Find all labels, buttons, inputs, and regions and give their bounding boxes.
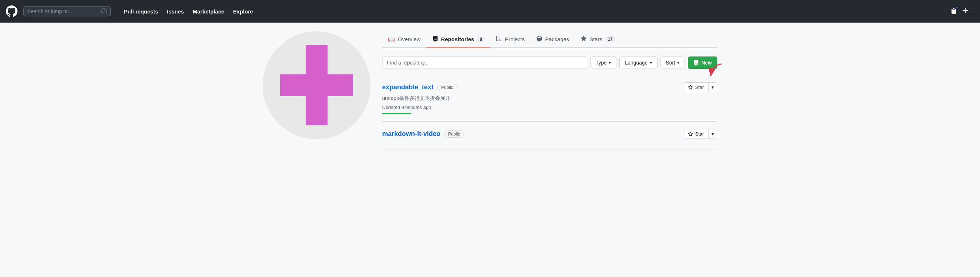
repo-name-row: markdown-it-video Public bbox=[382, 130, 464, 138]
search-shortcut: / bbox=[101, 8, 107, 14]
tab-stars[interactable]: Stars 17 bbox=[575, 31, 621, 48]
avatar-cross-icon bbox=[280, 45, 353, 126]
cross-horizontal bbox=[280, 74, 353, 96]
repo-header: expandable_text Public Star ▾ bbox=[382, 82, 718, 92]
nav-links: Pull requests Issues Marketplace Explore bbox=[119, 5, 258, 18]
pull-requests-link[interactable]: Pull requests bbox=[119, 5, 162, 18]
table-row: markdown-it-video Public Star ▾ bbox=[382, 122, 718, 150]
profile-tabs: 📖 Overview Repositories 8 bbox=[382, 31, 718, 48]
new-repo-wrapper: New bbox=[688, 56, 718, 69]
repo-visibility-badge: Public bbox=[444, 131, 464, 138]
emoji-status-badge[interactable]: 🙂 bbox=[353, 122, 365, 134]
repo-name-row: expandable_text Public bbox=[382, 83, 457, 91]
sort-filter-button[interactable]: Sort ▾ bbox=[660, 56, 685, 69]
notifications-icon[interactable] bbox=[950, 7, 958, 16]
star-label: Star bbox=[695, 131, 704, 137]
repositories-count: 8 bbox=[477, 37, 485, 42]
table-row: expandable_text Public Star ▾ uni-app插件 bbox=[382, 75, 718, 122]
repo-language-bar bbox=[382, 113, 411, 114]
language-filter-button[interactable]: Language ▾ bbox=[619, 56, 657, 69]
repo-visibility-badge: Public bbox=[437, 84, 457, 91]
star-dropdown-button[interactable]: ▾ bbox=[709, 83, 717, 92]
repositories-icon bbox=[433, 36, 438, 43]
search-bar[interactable]: / bbox=[23, 6, 111, 16]
github-logo[interactable] bbox=[6, 5, 18, 17]
search-input[interactable] bbox=[27, 8, 99, 14]
projects-icon bbox=[496, 36, 502, 43]
repo-updated: Updated 9 minutes ago bbox=[382, 105, 718, 110]
star-repo-button[interactable]: Star bbox=[683, 129, 709, 138]
repo-header: markdown-it-video Public Star ▾ bbox=[382, 129, 718, 139]
packages-icon bbox=[536, 36, 542, 43]
repo-list: expandable_text Public Star ▾ uni-app插件 bbox=[382, 75, 718, 150]
star-dropdown-button[interactable]: ▾ bbox=[709, 129, 717, 138]
avatar: 🙂 bbox=[262, 31, 371, 139]
star-button-group: Star ▾ bbox=[683, 129, 718, 139]
overview-icon: 📖 bbox=[388, 36, 395, 43]
navbar: / Pull requests Issues Marketplace Explo… bbox=[0, 0, 980, 22]
tab-repositories[interactable]: Repositories 8 bbox=[426, 31, 491, 48]
navbar-right bbox=[950, 7, 974, 16]
tab-packages[interactable]: Packages bbox=[530, 31, 575, 48]
repo-controls: Type ▾ Language ▾ Sort ▾ New bbox=[382, 56, 718, 69]
find-repo-input[interactable] bbox=[382, 56, 587, 69]
main-layout: 🙂 📖 Overview Repositories 8 bbox=[257, 22, 723, 158]
star-button-group: Star ▾ bbox=[683, 82, 718, 92]
language-chevron-icon: ▾ bbox=[650, 60, 652, 65]
notification-dot bbox=[955, 6, 958, 9]
tab-overview[interactable]: 📖 Overview bbox=[382, 31, 426, 48]
issues-link[interactable]: Issues bbox=[162, 5, 188, 18]
repo-name-link[interactable]: expandable_text bbox=[382, 83, 434, 91]
type-chevron-icon: ▾ bbox=[609, 60, 611, 65]
marketplace-link[interactable]: Marketplace bbox=[188, 5, 229, 18]
star-repo-button[interactable]: Star bbox=[683, 83, 709, 92]
type-filter-button[interactable]: Type ▾ bbox=[590, 56, 616, 69]
new-repo-button[interactable]: New bbox=[688, 56, 718, 69]
create-menu-button[interactable] bbox=[962, 7, 974, 16]
star-label: Star bbox=[695, 84, 704, 90]
stars-icon bbox=[581, 36, 587, 43]
repo-name-link[interactable]: markdown-it-video bbox=[382, 130, 441, 138]
explore-link[interactable]: Explore bbox=[229, 5, 258, 18]
stars-count: 17 bbox=[605, 37, 615, 42]
tab-projects[interactable]: Projects bbox=[490, 31, 530, 48]
main-content: 📖 Overview Repositories 8 bbox=[382, 31, 718, 150]
sort-chevron-icon: ▾ bbox=[677, 60, 679, 65]
repo-description: uni-app插件多行文本折叠展开 bbox=[382, 95, 718, 102]
user-sidebar: 🙂 bbox=[262, 31, 371, 150]
